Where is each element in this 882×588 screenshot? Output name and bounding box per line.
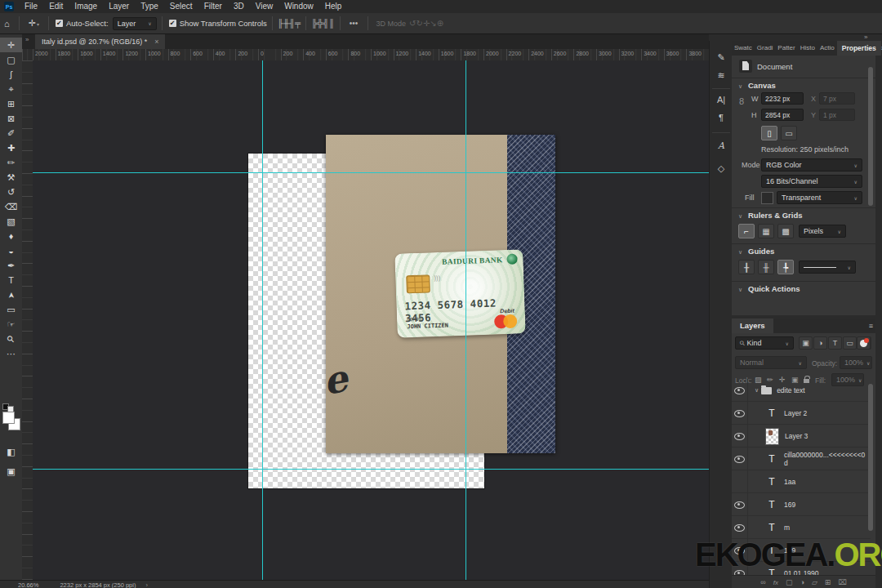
layer-row[interactable]: Tcilla0000000...<<<<<<<<0 d: [732, 448, 871, 470]
home-icon[interactable]: ⌂: [0, 19, 14, 29]
brushes-icon[interactable]: ≋: [710, 70, 733, 81]
object-selection-tool[interactable]: ⌖: [0, 82, 22, 96]
new-adjustment-layer-icon[interactable]: ◑: [800, 578, 804, 586]
menu-layer[interactable]: Layer: [103, 2, 135, 11]
layers-scrollbar[interactable]: [868, 384, 873, 531]
eye-icon[interactable]: [734, 524, 745, 532]
credit-card-layer[interactable]: BAIDURI BANK ))) 1234 5678 4012 3456 00/…: [394, 249, 525, 337]
more-alignment-options-icon[interactable]: •••: [345, 19, 363, 28]
vertical-ruler[interactable]: [22, 60, 33, 580]
more-tools[interactable]: ⋯: [0, 346, 22, 361]
visibility-cell[interactable]: [732, 470, 748, 493]
quick-actions-section-header[interactable]: Quick Actions: [748, 284, 800, 293]
filter-type-layers-icon[interactable]: T: [828, 336, 842, 350]
brush-settings-icon[interactable]: ✎: [710, 52, 733, 63]
path-selection-tool[interactable]: ➤: [0, 287, 22, 302]
filter-shape-layers-icon[interactable]: ▭: [843, 336, 857, 350]
eye-icon[interactable]: [734, 433, 745, 440]
horizontal-ruler[interactable]: 2000180016001400120010008006004002000200…: [22, 49, 709, 61]
portrait-orientation-button[interactable]: ▯: [761, 126, 777, 140]
chevron-down-icon[interactable]: ∨: [755, 387, 759, 394]
character-panel-icon[interactable]: A|: [710, 95, 733, 105]
show-transform-checkbox[interactable]: ✔: [169, 20, 176, 27]
rulers-grids-section-header[interactable]: Rulers & Grids: [748, 211, 803, 220]
fill-swatch[interactable]: [761, 192, 773, 204]
width-field[interactable]: 2232 px: [761, 92, 804, 105]
toggle-guides-icon[interactable]: ╂: [738, 260, 755, 274]
layer-row[interactable]: Tm: [732, 516, 871, 539]
menu-type[interactable]: Type: [135, 2, 164, 11]
toggle-grid-icon[interactable]: ▦: [758, 224, 774, 238]
history-brush-tool[interactable]: ↺: [0, 185, 22, 199]
properties-scrollbar[interactable]: [868, 67, 873, 206]
lock-guides-icon[interactable]: ╫: [758, 260, 774, 274]
layer-row[interactable]: Layer 3: [732, 425, 871, 448]
document-tab[interactable]: Italy id.psd @ 20.7% (RGB/16) * ×: [35, 34, 165, 49]
filter-adjustment-layers-icon[interactable]: ◑: [813, 336, 827, 350]
marquee-tool[interactable]: ▢: [0, 52, 22, 67]
eye-icon[interactable]: [734, 501, 745, 509]
menu-edit[interactable]: Edit: [43, 2, 69, 11]
menu-3d[interactable]: 3D: [228, 2, 250, 11]
blur-tool[interactable]: ♦: [0, 229, 22, 243]
glyphs-panel-icon[interactable]: A: [710, 140, 733, 151]
vertical-guide[interactable]: [466, 60, 466, 580]
eraser-tool[interactable]: ⌫: [0, 199, 22, 214]
tab-actio[interactable]: Actio: [817, 41, 837, 56]
new-group-icon[interactable]: ▱: [812, 578, 817, 586]
visibility-cell[interactable]: [732, 425, 748, 448]
collapse-panels-icon[interactable]: »: [864, 33, 867, 41]
auto-select-target-dropdown[interactable]: Layer∨: [113, 17, 157, 30]
frame-tool[interactable]: ⊠: [0, 111, 22, 126]
visibility-cell[interactable]: [732, 448, 748, 470]
healing-brush-tool[interactable]: ✚: [0, 140, 22, 155]
gradient-tool[interactable]: ▧: [0, 214, 22, 229]
align-top-edges-icon[interactable]: ╤: [295, 19, 301, 28]
layer-row[interactable]: TLayer 2: [732, 402, 871, 425]
new-layer-icon[interactable]: ⊞: [825, 578, 831, 586]
filter-pixel-layers-icon[interactable]: ▣: [799, 336, 813, 350]
eye-icon[interactable]: [734, 387, 745, 394]
zoom-tool[interactable]: ⚲: [0, 332, 22, 346]
visibility-cell[interactable]: [732, 402, 748, 425]
tab-overflow-icon[interactable]: »: [25, 36, 29, 43]
canvas-area[interactable]: e BAIDURI BANK ))) 1234 5678 4012 3456 0…: [33, 60, 709, 580]
link-layers-icon[interactable]: ∞: [760, 578, 765, 586]
screen-mode-icon[interactable]: ▣: [0, 464, 22, 479]
move-tool[interactable]: ✛: [0, 38, 22, 52]
color-mode-dropdown[interactable]: RGB Color∨: [761, 158, 862, 172]
bit-depth-dropdown[interactable]: 16 Bits/Channel∨: [761, 175, 862, 188]
tab-histo[interactable]: Histo: [798, 41, 817, 56]
hand-tool[interactable]: ☞: [0, 317, 22, 332]
layer-row[interactable]: T169: [732, 493, 871, 516]
horizontal-guide[interactable]: [33, 172, 709, 173]
units-dropdown[interactable]: Pixels∨: [799, 225, 846, 238]
status-options-icon[interactable]: ›: [145, 581, 148, 588]
toggle-snap-icon[interactable]: ▩: [777, 224, 794, 238]
vertical-guide[interactable]: [262, 60, 263, 580]
guides-section-header[interactable]: Guides: [748, 247, 774, 256]
tab-gradi[interactable]: Gradi: [755, 41, 776, 56]
menu-file[interactable]: File: [19, 2, 43, 11]
canvas-section-header[interactable]: Canvas: [748, 81, 776, 90]
brush-tool[interactable]: ✏: [0, 155, 22, 170]
auto-select-checkbox[interactable]: ✔: [56, 20, 63, 27]
link-dimensions-icon[interactable]: 8: [739, 96, 744, 106]
eye-icon[interactable]: [734, 410, 745, 417]
guide-style-dropdown[interactable]: ∨: [799, 261, 856, 274]
type-tool[interactable]: T: [0, 273, 22, 287]
align-left-edges-icon[interactable]: ╟: [278, 19, 283, 28]
close-tab-icon[interactable]: ×: [154, 38, 158, 46]
visibility-cell[interactable]: [732, 516, 748, 539]
menu-select[interactable]: Select: [164, 2, 198, 11]
menu-help[interactable]: Help: [319, 2, 348, 11]
add-layer-mask-icon[interactable]: ▢: [786, 578, 793, 586]
distribute-vertical-icon[interactable]: ║: [328, 19, 334, 28]
pen-tool[interactable]: ✒: [0, 258, 22, 273]
clone-stamp-tool[interactable]: ⚒: [0, 170, 22, 185]
layer-row[interactable]: T1aa: [732, 470, 871, 493]
tab-swatc[interactable]: Swatc: [732, 41, 755, 56]
paragraph-panel-icon[interactable]: ¶: [710, 113, 733, 122]
visibility-cell[interactable]: [732, 493, 748, 516]
tab-properties[interactable]: Properties: [837, 41, 881, 56]
